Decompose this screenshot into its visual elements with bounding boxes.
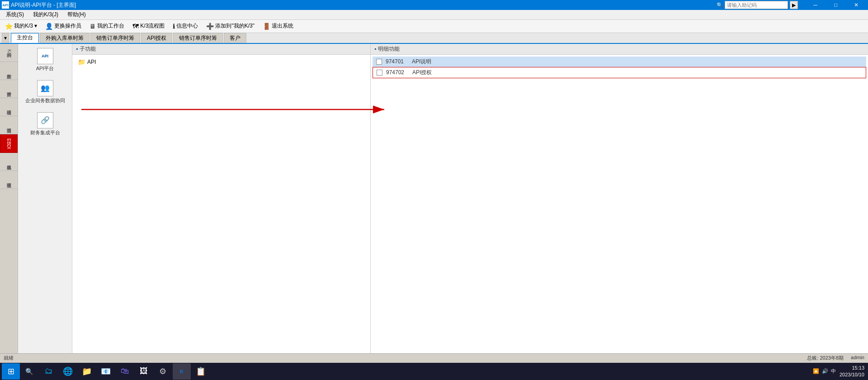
workbench-icon: 🖥	[90, 23, 96, 30]
taskbar-app-folder[interactable]: 📁	[78, 363, 96, 380]
taskbar-app-task[interactable]: 📋	[192, 363, 210, 380]
status-period: 总账: 2023年8期	[807, 355, 844, 361]
detail-name-api-docs: API说明	[412, 58, 431, 66]
tray-icons: 🔼 🔊 中	[813, 368, 836, 375]
sub-function-header: ▪ 子功能	[72, 44, 370, 55]
toolbar-workbench[interactable]: 🖥 我的工作台	[86, 21, 127, 32]
toolbar-switch-user-label: 更换操作员	[54, 22, 81, 30]
logout-icon: 🚪	[263, 23, 270, 30]
taskbar-app-edge[interactable]: 🌐	[59, 363, 77, 380]
status-user: admin	[851, 355, 864, 361]
sidebar-ebdi[interactable]: EBDI	[0, 134, 18, 153]
toolbar-workbench-label: 我的工作台	[97, 22, 124, 30]
taskbar-apps: 🗂 🌐 📁 📧 🛍 🖼 ⚙ K 📋	[40, 363, 210, 380]
tab-api-auth[interactable]: API授权	[141, 33, 172, 43]
window-controls: ─ □ ✕	[805, 0, 866, 10]
taskbar-app-store[interactable]: 🛍	[116, 363, 134, 380]
toolbar-myk3[interactable]: ⭐ 我的K/3 ▾	[2, 21, 40, 32]
star-icon: ⭐	[5, 23, 13, 30]
toolbar-add-fav[interactable]: ➕ 添加到"我的K/3"	[203, 21, 258, 32]
sidebar-sysmanage[interactable]: 系统管理	[0, 171, 18, 189]
menu-help[interactable]: 帮助(H)	[63, 10, 90, 20]
toolbar-add-fav-label: 添加到"我的K/3"	[215, 22, 255, 30]
toolbar: ⭐ 我的K/3 ▾ 👤 更换操作员 🖥 我的工作台 🗺 K/3流程图 ℹ 信息中…	[0, 20, 868, 33]
toolbar-flowmap[interactable]: 🗺 K/3流程图	[129, 21, 168, 32]
search-area: 🔍 ▶	[717, 1, 798, 9]
detail-code-api-auth: 974702	[386, 69, 409, 76]
search-icon: 🔍	[25, 368, 33, 375]
sidebar-commercial[interactable]: 商业管理	[0, 116, 18, 134]
icon-panel: API API平台 👥 企业间务数据协同 🔗 财务集成平台	[18, 44, 72, 353]
minimize-button[interactable]: ─	[805, 0, 826, 10]
search-input[interactable]	[725, 1, 788, 9]
window-title: API说明-API平台 - [主界面]	[11, 1, 76, 9]
status-right: 总账: 2023年8期 admin	[807, 355, 864, 361]
detail-function-panel: ▪ 明细功能 974701 API说明 974702 API授权	[371, 44, 868, 353]
system-tray: 🔼 🔊 中 15:13 2023/10/10	[813, 365, 866, 379]
sidebar-asset[interactable]: 资产管理	[0, 80, 18, 98]
icon-enterprise-collab[interactable]: 👥 企业间务数据协同	[23, 78, 68, 106]
close-button[interactable]: ✕	[846, 0, 866, 10]
status-bar: 就绪 总账: 2023年8期 admin	[0, 353, 868, 363]
toolbar-logout-label: 退出系统	[272, 22, 293, 30]
clock-time: 15:13	[840, 365, 864, 371]
api-folder-label: API	[87, 59, 96, 65]
detail-checkbox-api-auth[interactable]	[377, 70, 382, 76]
detail-checkbox-api-docs[interactable]	[376, 59, 382, 65]
search-button[interactable]: ▶	[790, 1, 798, 9]
content-area: ▪ 子功能 📁 API ▪ 明细功能	[72, 44, 868, 353]
add-icon: ➕	[206, 23, 214, 30]
taskbar-app-photo[interactable]: 🖼	[135, 363, 153, 380]
sub-function-title: 子功能	[80, 45, 96, 53]
status-text: 就绪	[4, 355, 14, 361]
detail-code-api-docs: 974701	[386, 58, 408, 65]
tray-volume-icon: 🔊	[822, 368, 828, 374]
sub-header-icon: ▪	[76, 46, 78, 52]
start-button[interactable]: ⊞	[2, 363, 20, 380]
toolbar-flowmap-label: K/3流程图	[140, 22, 165, 30]
menu-bar: 系统(S) 我的K/3(J) 帮助(H)	[0, 10, 868, 20]
menu-myk3[interactable]: 我的K/3(J)	[29, 10, 62, 20]
toolbar-info-label: 信息中心	[176, 22, 198, 30]
menu-system[interactable]: 系统(S)	[2, 10, 28, 20]
detail-function-title: 明细功能	[378, 45, 400, 53]
detail-item-api-docs[interactable]: 974701 API说明	[373, 57, 866, 67]
finance-platform-icon: 🔗	[37, 112, 53, 128]
tab-main-console[interactable]: 主控台	[11, 33, 39, 43]
tab-bar: ▾ 主控台 外购入库单时筹 销售订单序时筹 API授权 销售订单序时筹 客户	[0, 33, 868, 44]
tab-customer[interactable]: 客户	[224, 33, 246, 43]
taskbar-app-explorer[interactable]: 🗂	[40, 363, 58, 380]
app-icon: API	[2, 1, 9, 9]
tab-sales-order-1[interactable]: 销售订单序时筹	[90, 33, 140, 43]
tray-ime-icon: 中	[831, 368, 836, 375]
api-platform-icon: API	[37, 48, 53, 64]
taskbar-search[interactable]: 🔍	[21, 363, 37, 380]
api-folder-item[interactable]: 📁 API	[74, 57, 368, 67]
tab-sales-order-2[interactable]: 销售订单序时筹	[173, 33, 223, 43]
detail-name-api-auth: API授权	[412, 69, 432, 76]
taskbar-app-k3[interactable]: K	[173, 363, 191, 380]
tab-dropdown[interactable]: ▾	[2, 33, 9, 43]
sub-function-panel: ▪ 子功能 📁 API	[72, 44, 371, 353]
flowmap-icon: 🗺	[132, 23, 139, 30]
taskbar-app-mail[interactable]: 📧	[97, 363, 115, 380]
toolbar-switch-user[interactable]: 👤 更换操作员	[42, 21, 85, 32]
left-sidebar: 我的K/3 生产制造 资产管理 出纳管理 商业管理 EBDI 系统集成 系统管理	[0, 44, 18, 353]
icon-api-platform[interactable]: API API平台	[23, 46, 68, 74]
toolbar-logout[interactable]: 🚪 退出系统	[259, 21, 297, 32]
sidebar-cashier[interactable]: 出纳管理	[0, 98, 18, 116]
detail-function-list: 974701 API说明 974702 API授权	[371, 55, 868, 80]
sub-function-content: 📁 API	[72, 55, 370, 353]
sidebar-myk3[interactable]: 我的K/3	[0, 44, 18, 62]
finance-platform-label: 财务集成平台	[30, 129, 60, 136]
sidebar-sysintegration[interactable]: 系统集成	[0, 153, 18, 171]
taskbar-clock[interactable]: 15:13 2023/10/10	[840, 365, 864, 379]
sidebar-production[interactable]: 生产制造	[0, 62, 18, 80]
tab-purchase-inbound[interactable]: 外购入库单时筹	[40, 33, 90, 43]
icon-finance-platform[interactable]: 🔗 财务集成平台	[23, 110, 68, 138]
taskbar-app-settings[interactable]: ⚙	[154, 363, 172, 380]
detail-item-api-auth[interactable]: 974702 API授权	[373, 67, 866, 78]
maximize-button[interactable]: □	[826, 0, 846, 10]
toolbar-info[interactable]: ℹ 信息中心	[170, 21, 201, 32]
taskbar: ⊞ 🔍 🗂 🌐 📁 📧 🛍 🖼 ⚙ K 📋 🔼 🔊 中 15:	[0, 363, 868, 380]
